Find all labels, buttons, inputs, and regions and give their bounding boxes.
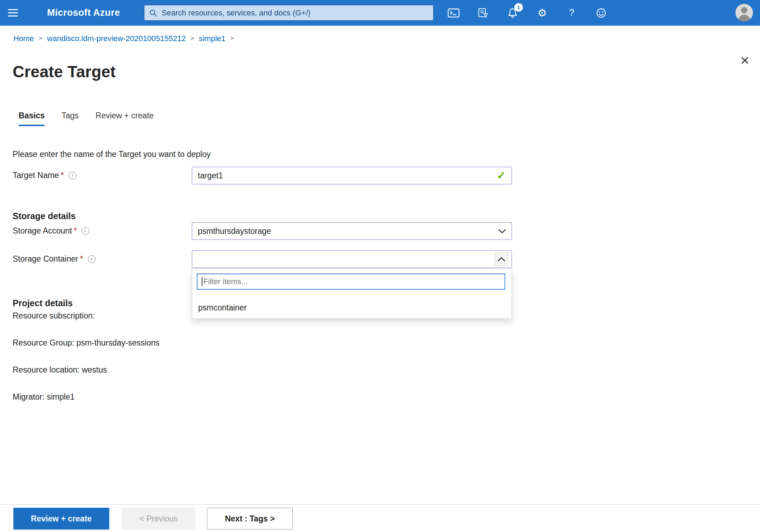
storage-container-label: Storage Container * i	[13, 254, 96, 264]
avatar[interactable]	[735, 4, 753, 21]
storage-account-value: psmthursdaystorage	[198, 226, 271, 236]
chevron-right-icon: >	[230, 34, 234, 42]
gear-icon: ⚙	[538, 8, 547, 18]
chevron-right-icon: >	[39, 34, 43, 42]
filter-icon	[478, 8, 488, 18]
next-tags-button[interactable]: Next : Tags >	[207, 508, 293, 530]
topbar-icon-group: 1 ⚙ ?	[447, 0, 608, 26]
intro-text: Please enter the name of the Target you …	[13, 150, 210, 159]
storage-details-heading: Storage details	[13, 211, 76, 221]
close-icon[interactable]: ✕	[740, 55, 750, 66]
collapse-button[interactable]	[495, 252, 508, 266]
search-icon	[149, 9, 157, 17]
help-button[interactable]: ?	[565, 6, 578, 20]
resource-subscription-label: Resource subscription:	[13, 311, 95, 321]
storage-container-dropdown[interactable]	[192, 250, 512, 268]
target-name-input[interactable]	[192, 167, 512, 184]
info-icon[interactable]: i	[88, 255, 96, 263]
breadcrumb: Home > wandisco.ldm-preview-202010051552…	[13, 34, 234, 43]
migrator-line: Migrator: simple1	[13, 392, 74, 402]
previous-button[interactable]: < Previous	[122, 508, 195, 530]
footer-divider	[0, 504, 760, 505]
breadcrumb-migrator-resource[interactable]: wandisco.ldm-preview-20201005155212	[47, 34, 186, 43]
resource-location-line: Resource location: westus	[13, 365, 107, 375]
chevron-down-icon	[498, 229, 508, 234]
hamburger-icon	[8, 9, 18, 10]
directory-filter-button[interactable]	[476, 6, 490, 20]
terminal-icon	[448, 8, 460, 18]
valid-check-icon: ✓	[497, 169, 506, 182]
tab-review-create[interactable]: Review + create	[96, 111, 154, 126]
required-asterisk: *	[74, 226, 77, 236]
notification-badge: 1	[514, 3, 523, 12]
info-icon[interactable]: i	[82, 227, 89, 235]
container-option-psmcontainer[interactable]: psmcontainer	[192, 300, 512, 315]
tab-tags[interactable]: Tags	[61, 111, 79, 126]
hamburger-menu-button[interactable]	[0, 0, 26, 26]
top-bar: Microsoft Azure	[0, 0, 760, 26]
filter-field[interactable]	[197, 274, 505, 290]
info-icon[interactable]: i	[69, 172, 76, 179]
filter-items-input[interactable]	[202, 277, 505, 287]
azure-brand-title: Microsoft Azure	[47, 0, 120, 26]
help-icon: ?	[569, 8, 574, 18]
global-search-input[interactable]	[161, 8, 428, 18]
feedback-button[interactable]	[595, 6, 608, 20]
review-create-button[interactable]: Review + create	[13, 508, 109, 530]
global-search-box[interactable]	[144, 5, 434, 21]
required-asterisk: *	[61, 171, 64, 180]
notifications-button[interactable]: 1	[506, 6, 519, 20]
chevron-up-icon	[498, 257, 505, 262]
storage-container-flyout: psmcontainer	[192, 269, 512, 319]
project-details-heading: Project details	[13, 298, 73, 308]
target-name-label: Target Name * i	[13, 171, 76, 180]
breadcrumb-simple1[interactable]: simple1	[199, 34, 226, 43]
chevron-right-icon: >	[190, 34, 194, 42]
tab-bar: Basics Tags Review + create	[19, 111, 154, 126]
required-asterisk: *	[80, 254, 83, 264]
settings-button[interactable]: ⚙	[535, 6, 549, 20]
tab-basics[interactable]: Basics	[19, 111, 45, 126]
breadcrumb-home[interactable]: Home	[13, 34, 34, 43]
cloud-shell-button[interactable]	[447, 6, 460, 20]
smiley-icon	[596, 8, 606, 18]
storage-account-label: Storage Account * i	[13, 226, 89, 236]
page-title: Create Target	[13, 62, 116, 81]
resource-group-line: Resource Group: psm-thursday-sessions	[13, 338, 160, 348]
storage-account-dropdown[interactable]: psmthursdaystorage	[192, 222, 512, 240]
avatar-person-icon	[741, 7, 747, 13]
